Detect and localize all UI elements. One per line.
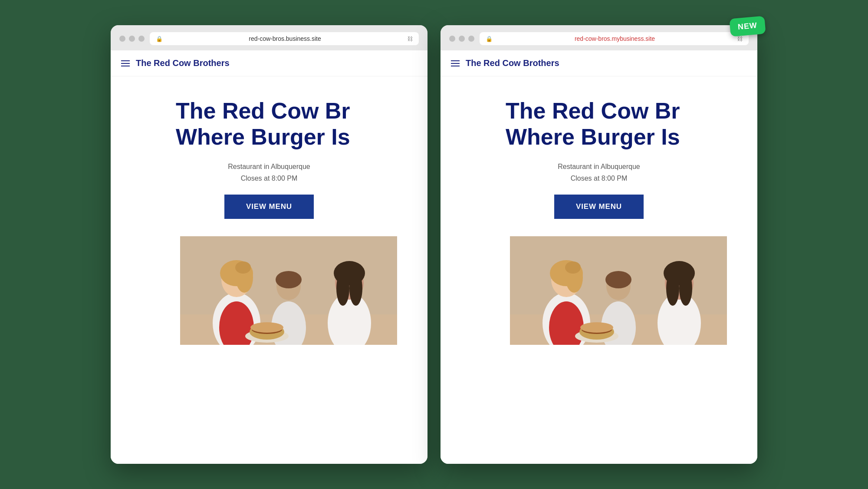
link-icon-right: ⛓	[737, 36, 743, 42]
hamburger-menu-right[interactable]	[451, 60, 460, 66]
link-icon-left: ⛓	[407, 36, 413, 42]
new-badge: NEW	[730, 16, 766, 37]
view-menu-button-left[interactable]: VIEW MENU	[224, 195, 314, 219]
browser-left: 🔒 red-cow-bros.business.site ⛓ The Red C…	[111, 25, 427, 464]
restaurant-photo-left	[180, 236, 397, 345]
svg-rect-41	[510, 236, 727, 345]
address-bar-right[interactable]: 🔒 red-cow-bros.mybusiness.site ⛓	[480, 32, 749, 45]
close-button-right[interactable]	[449, 36, 455, 42]
site-title-left: The Red Cow Brothers	[136, 58, 230, 68]
restaurant-photo-right	[510, 236, 727, 345]
minimize-button-left[interactable]	[129, 36, 135, 42]
view-menu-button-right[interactable]: VIEW MENU	[554, 195, 644, 219]
lock-icon-right: 🔒	[486, 36, 493, 42]
hero-section-left: The Red Cow Br Where Burger Is Restauran…	[111, 76, 427, 358]
hero-meta-right: Restaurant in Albuquerque Closes at 8:00…	[558, 161, 640, 184]
hero-heading-left: The Red Cow Br Where Burger Is	[124, 98, 350, 150]
maximize-button-left[interactable]	[138, 36, 145, 42]
traffic-lights-right	[449, 36, 474, 42]
address-bar-left[interactable]: 🔒 red-cow-bros.business.site ⛓	[150, 32, 419, 45]
browser-right-container: NEW 🔒 red-cow-bros.mybusiness.site ⛓ The…	[441, 25, 757, 464]
browser-right: 🔒 red-cow-bros.mybusiness.site ⛓ The Red…	[441, 25, 757, 464]
browser-chrome-left: 🔒 red-cow-bros.business.site ⛓	[111, 25, 427, 50]
traffic-lights-left	[119, 36, 145, 42]
url-text-left: red-cow-bros.business.site	[166, 35, 404, 42]
lock-icon-left: 🔒	[156, 36, 163, 42]
maximize-button-right[interactable]	[468, 36, 474, 42]
browser-content-left: The Red Cow Brothers The Red Cow Br Wher…	[111, 50, 427, 464]
browser-content-right: The Red Cow Brothers The Red Cow Br Wher…	[441, 50, 757, 464]
svg-rect-20	[180, 236, 397, 345]
site-title-right: The Red Cow Brothers	[466, 58, 559, 68]
browser-chrome-right: 🔒 red-cow-bros.mybusiness.site ⛓	[441, 25, 757, 50]
hero-section-right: The Red Cow Br Where Burger Is Restauran…	[441, 76, 757, 358]
hamburger-menu-left[interactable]	[121, 60, 130, 66]
hero-meta-left: Restaurant in Albuquerque Closes at 8:00…	[228, 161, 310, 184]
close-button-left[interactable]	[119, 36, 125, 42]
site-nav-left: The Red Cow Brothers	[111, 50, 427, 76]
hero-heading-right: The Red Cow Br Where Burger Is	[454, 98, 680, 150]
url-text-right: red-cow-bros.mybusiness.site	[496, 35, 733, 42]
site-nav-right: The Red Cow Brothers	[441, 50, 757, 76]
minimize-button-right[interactable]	[459, 36, 465, 42]
